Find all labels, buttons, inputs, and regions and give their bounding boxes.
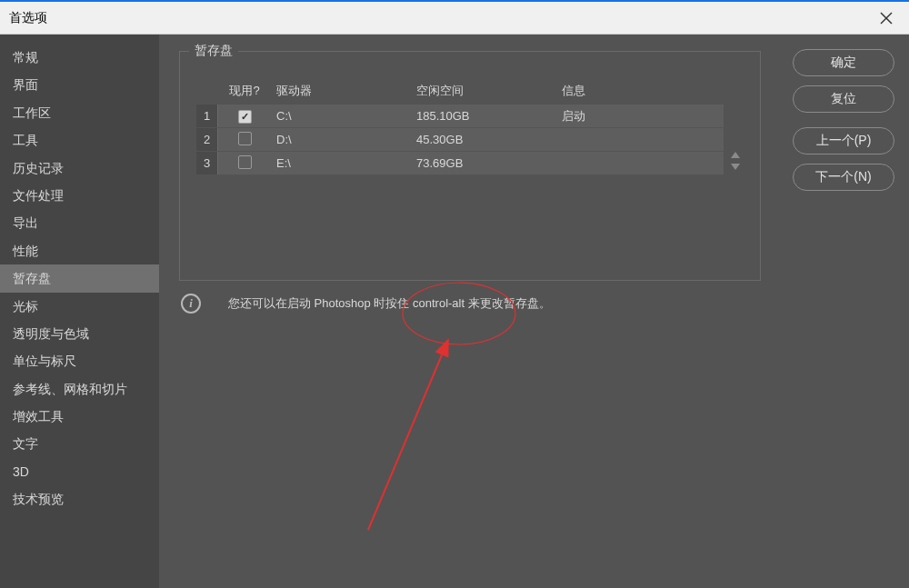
sidebar-item[interactable]: 光标 (0, 293, 159, 320)
scratch-disks-fieldset: 暂存盘 现用? 驱动器 空闲空间 信息 1C:\185.10GB启动2D:\45… (179, 51, 761, 281)
sidebar-item[interactable]: 技术预览 (0, 485, 159, 513)
sidebar-item[interactable]: 参考线、网格和切片 (0, 375, 159, 403)
col-info-header: 信息 (562, 83, 724, 99)
active-checkbox[interactable] (238, 155, 252, 169)
titlebar: 首选项 (0, 2, 909, 35)
table-row[interactable]: 2D:\45.30GB (196, 128, 724, 152)
sidebar-item[interactable]: 导出 (0, 209, 159, 236)
row-drive: D:\ (271, 133, 416, 146)
row-number: 3 (196, 152, 218, 174)
col-active-header: 现用? (218, 83, 271, 99)
row-order-arrows (727, 79, 744, 174)
sidebar-item[interactable]: 增效工具 (0, 403, 159, 430)
table-header: 现用? 驱动器 空闲空间 信息 (196, 79, 724, 103)
active-checkbox[interactable] (238, 132, 252, 145)
move-up-button[interactable] (731, 152, 740, 158)
close-button[interactable] (873, 5, 900, 32)
svg-line-4 (368, 340, 448, 530)
sidebar-item[interactable]: 单位与标尺 (0, 347, 159, 374)
col-free-header: 空闲空间 (416, 83, 562, 99)
sidebar-item[interactable]: 常规 (0, 44, 159, 71)
sidebar-item[interactable]: 暂存盘 (0, 264, 159, 292)
table-row[interactable]: 3E:\73.69GB (196, 152, 724, 175)
sidebar-item[interactable]: 界面 (0, 71, 159, 98)
row-free: 73.69GB (416, 156, 562, 170)
row-free: 185.10GB (416, 109, 562, 123)
preferences-window: 首选项 常规界面工作区工具历史记录文件处理导出性能暂存盘光标透明度与色域单位与标… (0, 0, 909, 588)
prev-button[interactable]: 上一个(P) (793, 127, 894, 154)
sidebar-item[interactable]: 历史记录 (0, 154, 159, 182)
col-drive-header: 驱动器 (271, 83, 416, 99)
row-active-cell (218, 155, 271, 172)
sidebar-item[interactable]: 透明度与色域 (0, 320, 159, 347)
sidebar-item[interactable]: 文字 (0, 430, 159, 457)
info-icon: i (181, 294, 201, 314)
row-active-cell (218, 109, 271, 124)
sidebar-item[interactable]: 工具 (0, 126, 159, 154)
sidebar-item[interactable]: 文件处理 (0, 182, 159, 209)
next-button[interactable]: 下一个(N) (793, 164, 894, 191)
fieldset-legend: 暂存盘 (189, 43, 238, 59)
row-drive: E:\ (271, 156, 416, 170)
move-down-button[interactable] (731, 164, 740, 170)
dialog-buttons: 确定 复位 上一个(P) 下一个(N) (793, 49, 894, 191)
row-number: 1 (196, 105, 218, 127)
reset-button[interactable]: 复位 (793, 85, 894, 113)
hint-row: i 您还可以在启动 Photoshop 时按住 control-alt 来更改暂… (179, 294, 898, 314)
row-free: 45.30GB (416, 133, 562, 146)
sidebar: 常规界面工作区工具历史记录文件处理导出性能暂存盘光标透明度与色域单位与标尺参考线… (0, 35, 159, 588)
table-wrap: 现用? 驱动器 空闲空间 信息 1C:\185.10GB启动2D:\45.30G… (196, 79, 744, 175)
row-info: 启动 (562, 108, 724, 125)
sidebar-item[interactable]: 工作区 (0, 99, 159, 126)
sidebar-item[interactable]: 性能 (0, 237, 159, 264)
sidebar-item[interactable]: 3D (0, 458, 159, 485)
table-row[interactable]: 1C:\185.10GB启动 (196, 105, 724, 128)
scratch-disks-table: 现用? 驱动器 空闲空间 信息 1C:\185.10GB启动2D:\45.30G… (196, 79, 724, 175)
row-active-cell (218, 132, 271, 148)
close-icon (880, 12, 893, 25)
svg-point-2 (403, 283, 515, 344)
ok-button[interactable]: 确定 (793, 49, 894, 76)
window-title: 首选项 (9, 10, 47, 26)
active-checkbox[interactable] (238, 110, 252, 124)
hint-text: 您还可以在启动 Photoshop 时按住 control-alt 来更改暂存盘… (228, 295, 551, 312)
content-area: 常规界面工作区工具历史记录文件处理导出性能暂存盘光标透明度与色域单位与标尺参考线… (0, 35, 909, 588)
row-drive: C:\ (271, 109, 416, 123)
row-number: 2 (196, 128, 218, 151)
